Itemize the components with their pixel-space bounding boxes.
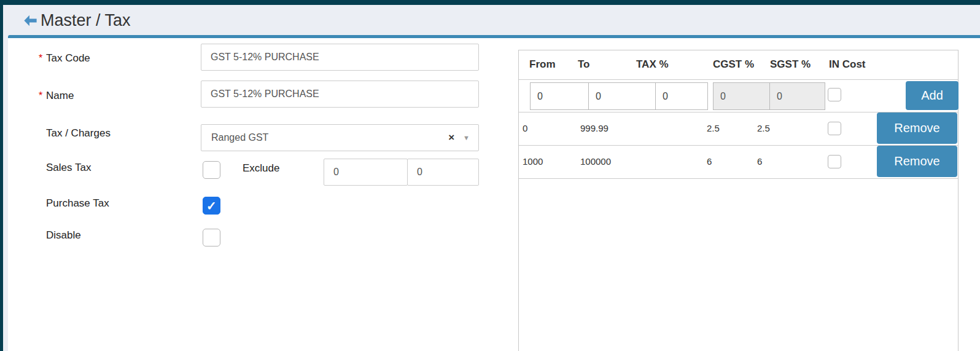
- name-label: *Name: [39, 90, 74, 102]
- remove-button[interactable]: Remove: [877, 112, 957, 144]
- cell-sgst: 6: [757, 145, 762, 178]
- content-panel: *Tax Code *Name Tax / Charges Ranged GST…: [8, 35, 980, 351]
- master-tax-page: Master / Tax *Tax Code *Name Tax / Charg…: [0, 0, 980, 351]
- slab-from-input[interactable]: [530, 82, 589, 110]
- add-button[interactable]: Add: [906, 81, 959, 110]
- tax-code-label: *Tax Code: [39, 52, 90, 65]
- sales-tax-label: Sales Tax: [39, 162, 91, 174]
- tax-charges-selected-value: Ranged GST: [211, 132, 448, 143]
- tax-code-input[interactable]: [201, 44, 479, 71]
- disable-checkbox[interactable]: [203, 229, 220, 246]
- name-input[interactable]: [201, 81, 479, 108]
- slab-cgst-input[interactable]: [713, 82, 770, 110]
- remove-button[interactable]: Remove: [877, 146, 957, 177]
- chevron-down-icon[interactable]: ▼: [463, 134, 470, 141]
- slab-sgst-input[interactable]: [769, 82, 825, 110]
- column-header-cgst: CGST %: [713, 58, 754, 71]
- cell-to: 100000: [580, 145, 611, 178]
- back-button[interactable]: [21, 12, 39, 29]
- slab-to-input[interactable]: [588, 82, 656, 110]
- back-arrow-icon: [22, 12, 39, 29]
- table-row: 1000 100000 6 6 Remove: [519, 145, 958, 178]
- left-edge-bar: [0, 5, 3, 351]
- row-in-cost-checkbox[interactable]: [828, 122, 841, 135]
- purchase-tax-label: Purchase Tax: [39, 197, 109, 210]
- required-asterisk: *: [39, 53, 46, 64]
- exclude-label: Exclude: [243, 162, 279, 175]
- top-bar: [0, 0, 980, 5]
- cell-cgst: 2.5: [707, 112, 720, 145]
- sales-tax-checkbox[interactable]: [203, 161, 220, 179]
- tax-slab-table: From To TAX % CGST % SGST % IN Cost Add …: [518, 50, 959, 351]
- column-header-sgst: SGST %: [770, 58, 811, 71]
- clear-selection-icon[interactable]: ×: [448, 132, 454, 144]
- cell-from: 1000: [523, 145, 543, 178]
- disable-label: Disable: [39, 229, 81, 242]
- purchase-tax-checkbox[interactable]: ✓: [203, 197, 220, 215]
- slab-in-cost-checkbox[interactable]: [828, 88, 841, 101]
- cell-to: 999.99: [580, 112, 609, 145]
- tax-charges-select[interactable]: Ranged GST × ▼: [201, 124, 479, 151]
- cell-from: 0: [523, 112, 527, 145]
- column-header-to: To: [578, 58, 590, 71]
- tax-charges-label: Tax / Charges: [39, 127, 111, 140]
- cell-cgst: 6: [707, 145, 712, 178]
- column-header-tax: TAX %: [636, 58, 669, 71]
- column-header-in-cost: IN Cost: [829, 58, 866, 71]
- header-divider: [519, 79, 958, 80]
- page-title: Master / Tax: [41, 11, 131, 30]
- row-divider: [519, 178, 958, 179]
- required-asterisk: *: [39, 90, 46, 101]
- cell-sgst: 2.5: [757, 112, 770, 145]
- table-row: 0 999.99 2.5 2.5 Remove: [519, 112, 958, 145]
- exclude-from-input[interactable]: [324, 159, 408, 186]
- slab-tax-input[interactable]: [655, 82, 708, 110]
- exclude-to-input[interactable]: [407, 159, 479, 186]
- page-header: Master / Tax: [3, 5, 980, 35]
- row-in-cost-checkbox[interactable]: [828, 155, 841, 168]
- column-header-from: From: [529, 58, 556, 71]
